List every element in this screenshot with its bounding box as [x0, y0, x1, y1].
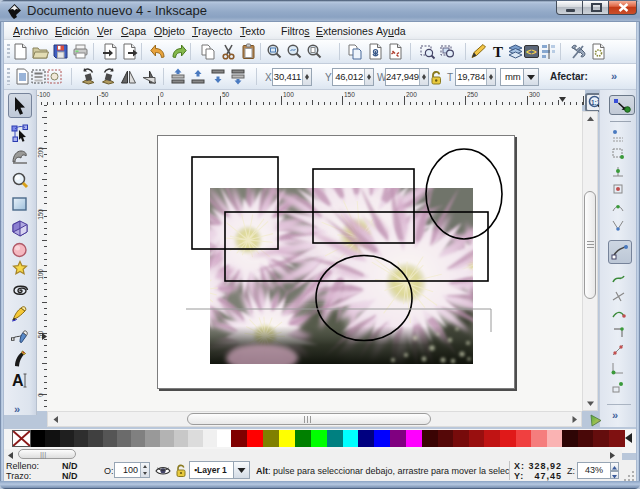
svg-text:200: 200 [37, 147, 44, 158]
svg-text:<>: <> [526, 47, 537, 57]
svg-text:T: T [493, 44, 503, 60]
svg-text:150: 150 [37, 209, 44, 220]
svg-text:200: 200 [406, 91, 417, 98]
svg-text:100: 100 [37, 269, 44, 280]
svg-text:A: A [12, 372, 24, 389]
svg-text:0: 0 [160, 91, 164, 98]
svg-text:100: 100 [283, 91, 294, 98]
svg-text:-50: -50 [99, 91, 109, 98]
svg-text:0: 0 [37, 393, 44, 397]
svg-text:250: 250 [467, 91, 478, 98]
svg-text:-100: -100 [37, 91, 50, 98]
svg-text:300: 300 [529, 91, 540, 98]
svg-text:150: 150 [344, 91, 355, 98]
svg-text:50: 50 [222, 91, 230, 98]
